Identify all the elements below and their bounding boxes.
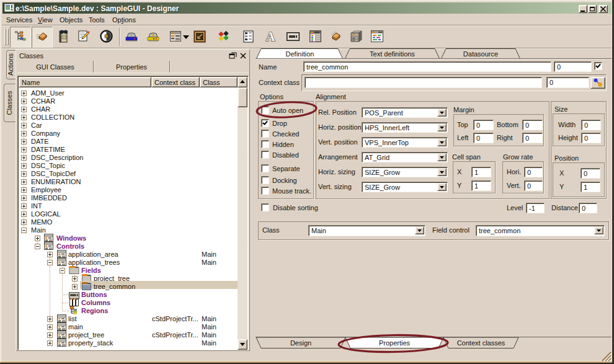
svg-text:A: A xyxy=(265,29,275,44)
